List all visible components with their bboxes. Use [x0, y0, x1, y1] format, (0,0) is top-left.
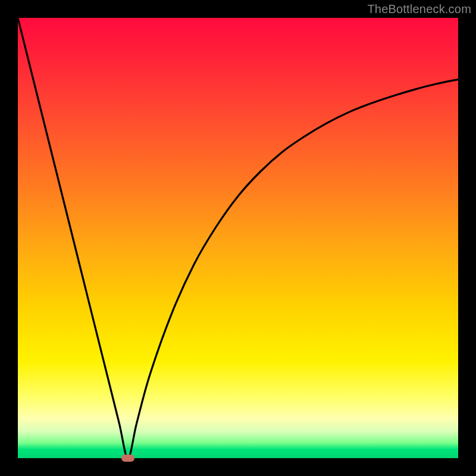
watermark-text: TheBottleneck.com: [367, 2, 471, 16]
chart-frame: TheBottleneck.com: [0, 0, 476, 476]
optimal-marker: [121, 455, 134, 462]
bottleneck-curve: [18, 18, 458, 458]
curve-path: [18, 18, 458, 458]
plot-area: [18, 18, 458, 458]
